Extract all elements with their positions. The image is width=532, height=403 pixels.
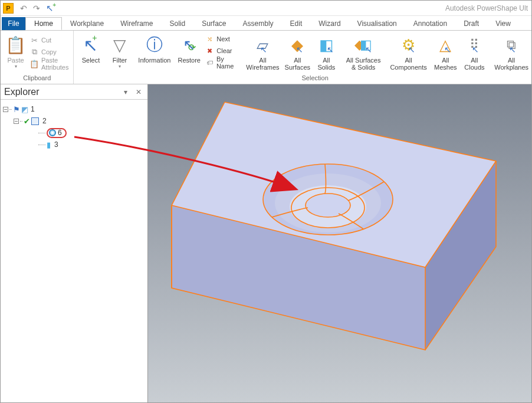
node-2-label: 2 [42, 117, 47, 125]
tab-visualisation[interactable]: Visualisation [349, 17, 405, 30]
information-label: Information [138, 57, 170, 64]
select-button[interactable]: ↖+ Select [77, 32, 104, 64]
restore-button[interactable]: ↖⟳ Restore [176, 32, 202, 64]
all-comp-label: All Components [390, 57, 426, 71]
clear-button[interactable]: ✖Clear [205, 45, 242, 57]
model-geometry [148, 84, 531, 403]
group-label-selection: Selection [74, 74, 532, 84]
ribbon-tab-bar: File Home Workplane Wireframe Solid Surf… [1, 16, 531, 30]
tree-node-6[interactable]: 6 [3, 127, 145, 139]
all-sol-label: All Solids [317, 57, 335, 71]
tab-edit[interactable]: Edit [282, 17, 311, 30]
all-surf-label: All Surfaces [285, 57, 310, 71]
group-label-clipboard: Clipboard [1, 74, 73, 84]
explorer-tree[interactable]: – ⚑ ◩ 1 – ✔ 2 6 ▮ [1, 100, 147, 154]
all-ss-label: All Surfaces & Solids [346, 57, 381, 71]
tree-node-2[interactable]: – ✔ 2 [3, 115, 145, 127]
torus-icon [49, 129, 56, 136]
collapse-icon[interactable]: – [3, 107, 8, 112]
next-button[interactable]: ⤭Next [205, 33, 242, 45]
tab-assembly[interactable]: Assembly [235, 17, 282, 30]
tab-home[interactable]: Home [25, 17, 62, 30]
select-label: Select [82, 57, 100, 64]
node-6-label: 6 [58, 129, 62, 137]
tab-surface[interactable]: Surface [193, 17, 234, 30]
pin-icon[interactable]: ▾ [124, 88, 133, 96]
explorer-title: Explorer [4, 87, 124, 97]
tab-wizard[interactable]: Wizard [310, 17, 349, 30]
clear-label: Clear [216, 47, 232, 54]
explorer-panel: Explorer ▾ ✕ – ⚑ ◩ 1 – ✔ 2 [1, 84, 148, 403]
group-clipboard: 📋 Paste ▾ ✂Cut ⧉Copy 📋Paste Attributes C… [1, 31, 74, 84]
close-panel-icon[interactable]: ✕ [136, 88, 144, 96]
cube-icon: ▮ [47, 140, 51, 149]
title-bar: P ↶ ↷ ↖ + Autodesk PowerShape Ult [1, 1, 531, 16]
all-solids-button[interactable]: ◧↖ All Solids [313, 32, 340, 71]
paste-attributes-button[interactable]: 📋Paste Attributes [27, 58, 71, 70]
layer-icon [31, 117, 39, 125]
tab-wireframe[interactable]: Wireframe [112, 17, 161, 30]
ribbon: 📋 Paste ▾ ✂Cut ⧉Copy 📋Paste Attributes C… [1, 30, 531, 84]
tab-view[interactable]: View [487, 17, 519, 30]
all-surfaces-solids-button[interactable]: ◆◧↖ All Surfaces & Solids [342, 32, 385, 71]
tree-node-1[interactable]: – ⚑ ◩ 1 [3, 103, 145, 115]
app-icon: P [3, 3, 14, 14]
filter-button[interactable]: ▽ Filter ▾ [107, 32, 133, 69]
all-meshes-button[interactable]: △↖ All Meshes [432, 32, 459, 71]
filter-label: Filter [113, 57, 127, 64]
tab-solid[interactable]: Solid [162, 17, 194, 30]
body-area: Explorer ▾ ✕ – ⚑ ◩ 1 – ✔ 2 [1, 84, 531, 403]
file-tab[interactable]: File [2, 17, 25, 30]
all-workplanes-button[interactable]: ⧉↖ All Workplanes [490, 32, 532, 71]
node-1-label: 1 [31, 105, 35, 113]
all-wp-label: All Workplanes [494, 57, 528, 71]
all-wireframes-button[interactable]: ▱↖ All Wireframes [244, 32, 282, 71]
restore-label: Restore [178, 57, 201, 64]
cursor-plus-button[interactable]: ↖ + [44, 3, 55, 14]
explorer-header: Explorer ▾ ✕ [1, 84, 147, 100]
information-button[interactable]: ⓘ Information [136, 32, 174, 64]
by-name-label: By Name [216, 55, 242, 70]
tab-annotation[interactable]: Annotation [405, 17, 455, 30]
all-clouds-button[interactable]: ⠿↖ All Clouds [461, 32, 488, 71]
all-surfaces-button[interactable]: ◆↖ All Surfaces [284, 32, 311, 71]
all-wf-label: All Wireframes [246, 57, 279, 71]
all-mesh-label: All Meshes [434, 57, 457, 71]
flag-icon: ⚑ [13, 105, 20, 114]
collapse-icon[interactable]: – [14, 119, 19, 124]
tree-node-3[interactable]: ▮ 3 [3, 139, 145, 150]
selection-mini-stack: ⤭Next ✖Clear 🏷By Name [205, 32, 242, 68]
cut-label: Cut [41, 37, 51, 44]
viewport-3d[interactable] [148, 84, 531, 403]
copy-label: Copy [41, 48, 57, 55]
tab-draft[interactable]: Draft [455, 17, 487, 30]
tab-workplane[interactable]: Workplane [62, 17, 112, 30]
check-icon: ✔ [24, 117, 30, 126]
paste-button[interactable]: 📋 Paste ▾ [5, 33, 26, 69]
group-selection: ↖+ Select ▽ Filter ▾ ⓘ Information ↖⟳ Re… [74, 31, 532, 84]
torus-node-highlight[interactable]: 6 [47, 128, 67, 138]
copy-button[interactable]: ⧉Copy [27, 46, 71, 58]
all-components-button[interactable]: ⚙↖ All Components [387, 32, 429, 71]
paste-attrs-label: Paste Attributes [41, 57, 68, 71]
redo-button[interactable]: ↷ [31, 3, 42, 14]
paste-label: Paste [7, 57, 24, 64]
all-cloud-label: All Clouds [464, 57, 484, 71]
window-title: Autodesk PowerShape Ult [56, 4, 531, 12]
undo-button[interactable]: ↶ [18, 3, 29, 14]
by-name-button[interactable]: 🏷By Name [205, 57, 242, 68]
level-icon: ◩ [21, 105, 28, 114]
node-3-label: 3 [54, 140, 58, 149]
next-label: Next [216, 35, 230, 42]
cut-button[interactable]: ✂Cut [27, 34, 71, 46]
